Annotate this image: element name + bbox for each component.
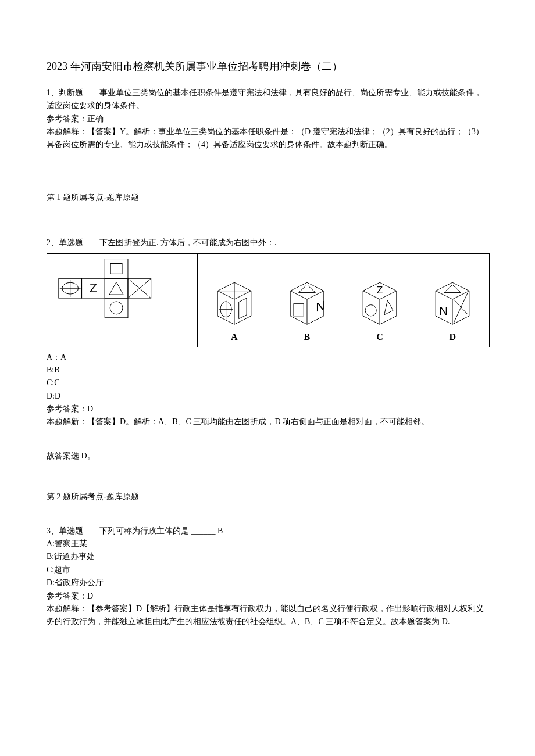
q1-text: 1、判断题 事业单位三类岗位的基本任职条件是遵守宪法和法律，具有良好的品行、岗位… <box>47 87 488 113</box>
page-title: 2023 年河南安阳市检察机关所属事业单位招考聘用冲刺卷（二） <box>47 58 488 75</box>
svg-line-17 <box>234 291 251 299</box>
svg-text:N: N <box>316 298 324 314</box>
q2-answer: 参考答案：D <box>47 403 488 415</box>
option-a-label: A <box>231 329 238 345</box>
q1-answer: 参考答案：正确 <box>47 113 488 126</box>
q3-choice-c: C:超市 <box>47 564 488 576</box>
svg-rect-13 <box>105 298 128 318</box>
option-d: N D <box>425 271 480 345</box>
svg-marker-24 <box>238 298 246 319</box>
q3-stem: 3、单选题 下列可称为行政主体的是 ______ B <box>47 525 488 538</box>
option-c: Z C <box>352 271 408 345</box>
option-d-label: D <box>450 329 456 345</box>
svg-line-26 <box>290 291 307 299</box>
svg-line-27 <box>307 291 324 299</box>
q2-topic: 第 2 题所属考点-题库原题 <box>47 490 488 503</box>
q3-answer: 参考答案：D <box>47 590 488 603</box>
svg-marker-43 <box>444 285 461 292</box>
option-b-label: B <box>304 329 311 345</box>
svg-marker-9 <box>109 282 123 295</box>
q3-explanation: 本题解释：【参考答案】D【解析】行政主体是指享有行政权力，能以自己的名义行使行政… <box>47 603 488 629</box>
question-1: 1、判断题 事业单位三类岗位的基本任职条件是遵守宪法和法律，具有良好的品行、岗位… <box>47 87 488 152</box>
option-b: N B <box>279 271 335 345</box>
cube-net: Z <box>47 254 198 347</box>
cube-options: A N B <box>198 254 489 347</box>
q3-choice-a: A:警察王某 <box>47 538 488 550</box>
q2-figure: Z <box>47 253 490 347</box>
q2-choice-c: C:C <box>47 377 488 389</box>
q3-choice-b: B:街道办事处 <box>47 550 488 563</box>
svg-rect-30 <box>294 304 304 316</box>
svg-text:Z: Z <box>90 281 97 295</box>
svg-text:N: N <box>439 304 448 317</box>
svg-text:Z: Z <box>377 284 383 296</box>
svg-point-37 <box>365 305 376 316</box>
question-2: 2、单选题 下左图折登为正. 方体后，不可能成为右图中外：. Z <box>47 237 488 463</box>
q2-choice-a: A：A <box>47 351 488 364</box>
svg-point-14 <box>110 302 123 314</box>
svg-rect-0 <box>105 259 128 278</box>
svg-line-16 <box>217 291 234 299</box>
svg-marker-29 <box>299 285 316 292</box>
question-3: 3、单选题 下列可称为行政主体的是 ______ B A:警察王某 B:街道办事… <box>47 525 488 629</box>
q2-explanation-2: 故答案选 D。 <box>47 450 488 463</box>
q3-choice-d: D:省政府办公厅 <box>47 576 488 589</box>
option-a: A <box>206 271 262 345</box>
option-c-label: C <box>376 329 383 345</box>
svg-line-40 <box>436 291 453 299</box>
svg-marker-38 <box>384 300 393 315</box>
q2-stem: 2、单选题 下左图折登为正. 方体后，不可能成为右图中外：. <box>47 237 488 249</box>
q2-choice-b: B:B <box>47 364 488 377</box>
svg-rect-1 <box>110 263 122 274</box>
q1-topic: 第 1 题所属考点-题库原题 <box>47 191 488 204</box>
svg-line-46 <box>454 292 468 323</box>
q1-explanation: 本题解释：【答案】Y。解析：事业单位三类岗位的基本任职条件是：（D 遵守宪法和法… <box>47 126 488 152</box>
q2-choice-d: D:D <box>47 390 488 403</box>
q2-explanation-1: 本题解新：【答案】D。解析：A、B、C 三项均能由左图折成，D 项右侧面与正面是… <box>47 415 488 428</box>
